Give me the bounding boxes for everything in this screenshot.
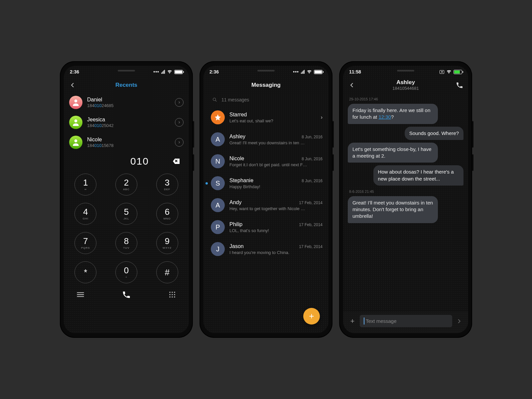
conversation-row[interactable]: NNicole8 Jun, 2016Forget it.I don't bl g…	[203, 150, 329, 172]
speaker-slot	[397, 70, 414, 71]
power-button[interactable]	[472, 154, 473, 171]
avatar: J	[211, 242, 225, 256]
app-header: Recents	[64, 78, 189, 92]
key-2[interactable]: 2ABC	[115, 174, 137, 196]
contact-row[interactable]: Nicole18401015678	[68, 132, 185, 152]
more-icon: •••	[293, 69, 299, 74]
wifi-icon	[167, 69, 172, 74]
avatar: S	[211, 176, 225, 190]
thread-preview: Great! I'll meet you downstairs in ten …	[229, 140, 316, 145]
thread-date: 8 Jun, 2016	[302, 157, 323, 161]
search-bar[interactable]: 11 messages	[207, 94, 325, 106]
message-input[interactable]: Text message	[360, 315, 452, 327]
svg-point-12	[213, 98, 216, 101]
app-header: Ashley 18410544681	[343, 78, 468, 92]
key-3[interactable]: 3DEF	[156, 174, 178, 196]
svg-point-4	[172, 292, 173, 293]
dialer-screen: 2:36 ••• Recents Daniel18401024685Jeesic…	[64, 66, 189, 333]
menu-icon[interactable]	[76, 290, 85, 299]
thread-preview: LOL, that's so funny!	[229, 228, 316, 233]
call-icon[interactable]	[122, 290, 131, 299]
message-incoming[interactable]: Great! I'll meet you downstairs in ten m…	[348, 196, 438, 223]
info-button[interactable]	[175, 138, 184, 147]
signal-icon	[161, 70, 165, 74]
contact-name: Daniel	[87, 96, 170, 103]
power-button[interactable]	[193, 154, 194, 171]
recents-list: Daniel18401024685Jeesica18401025042Nicol…	[64, 92, 189, 152]
attach-button[interactable]: +	[348, 317, 356, 326]
plus-icon	[308, 313, 315, 320]
key-8[interactable]: 8TUV	[115, 232, 137, 254]
thread-name: Nicole	[229, 156, 244, 162]
volume-button[interactable]	[193, 121, 194, 148]
key-5[interactable]: 5JKL	[115, 203, 137, 225]
contact-name: Nicole	[87, 136, 170, 143]
key-#[interactable]: #	[156, 261, 178, 283]
svg-point-0	[74, 99, 77, 102]
info-button[interactable]	[175, 118, 184, 127]
message-thread[interactable]: 29-10-2015 17:46Friday is finally here. …	[343, 92, 468, 312]
power-button[interactable]	[332, 154, 334, 171]
more-icon: •••	[153, 69, 159, 74]
back-icon[interactable]	[348, 81, 356, 89]
dialpad-icon[interactable]	[168, 290, 177, 299]
svg-point-1	[74, 119, 77, 122]
svg-point-9	[169, 296, 171, 298]
svg-point-6	[169, 294, 171, 295]
conversation-row[interactable]: JJason17 Feb, 2014I heard you're moving …	[203, 238, 329, 260]
volume-button[interactable]	[332, 121, 334, 148]
key-6[interactable]: 6MNO	[156, 203, 178, 225]
message-incoming[interactable]: Friday is finally here. Are we still on …	[348, 104, 438, 124]
phone-messaging-frame: 2:36 ••• Messaging 11 messages StarredLe…	[200, 61, 332, 338]
svg-point-8	[174, 294, 175, 295]
key-*[interactable]: *	[74, 261, 96, 283]
contact-row[interactable]: Jeesica18401025042	[68, 112, 185, 132]
key-1[interactable]: 1∞	[74, 174, 96, 196]
wifi-icon	[446, 69, 452, 74]
key-4[interactable]: 4GHI	[74, 203, 96, 225]
conversation-row[interactable]: AAshley8 Jun, 2016Great! I'll meet you d…	[203, 128, 329, 150]
avatar	[69, 116, 82, 129]
time-link[interactable]: 12:30	[378, 114, 391, 120]
conversation-screen: 11:58 ✕ Ashley 18410544681 29-10-2015 17…	[343, 66, 468, 333]
thread-preview: Let's eat out, shall we?	[229, 118, 314, 123]
thread-name: Jason	[229, 243, 244, 249]
conversation-row[interactable]: SStephanie8 Jun, 2016Happy Birthday!	[203, 172, 329, 194]
dial-display: 010	[64, 152, 189, 169]
back-icon[interactable]	[68, 81, 76, 89]
status-time: 2:36	[70, 69, 79, 74]
key-7[interactable]: 7PQRS	[74, 232, 96, 254]
volume-button[interactable]	[472, 121, 473, 148]
wifi-icon	[307, 69, 312, 74]
message-outgoing[interactable]: Sounds good. Where?	[405, 127, 464, 140]
messaging-screen: 2:36 ••• Messaging 11 messages StarredLe…	[203, 66, 329, 333]
thread-preview: Forget it.I don't bl get paid. until nex…	[229, 162, 316, 167]
message-outgoing[interactable]: How about dosas? I hear there's a new pl…	[373, 165, 464, 186]
contact-number: 18401025042	[87, 123, 170, 128]
contact-row[interactable]: Daniel18401024685	[68, 92, 185, 112]
dial-number: 010	[130, 156, 149, 167]
search-icon	[212, 97, 217, 102]
thread-date: 17 Feb, 2014	[299, 200, 323, 205]
key-9[interactable]: 9WXYZ	[156, 232, 178, 254]
battery-icon	[174, 70, 183, 74]
composer: + Text message	[343, 312, 468, 333]
keypad: 1∞2ABC3DEF4GHI5JKL6MNO7PQRS8TUV9WXYZ*0+#	[64, 169, 189, 287]
contact-number: 18410544681	[392, 86, 419, 91]
send-icon[interactable]	[456, 318, 463, 325]
status-bar: 11:58 ✕	[343, 66, 468, 78]
conversation-row[interactable]: AAndy17 Feb, 2014Hey, want to get togeth…	[203, 194, 329, 216]
backspace-icon[interactable]	[172, 157, 180, 165]
thread-preview: Hey, want to get together with Nicole …	[229, 206, 316, 211]
thread-date: 8 Jun, 2016	[302, 179, 323, 183]
key-0[interactable]: 0+	[115, 261, 137, 283]
call-icon[interactable]	[456, 81, 464, 89]
app-header: Messaging	[203, 78, 329, 92]
compose-fab[interactable]	[303, 308, 320, 325]
conversation-row[interactable]: StarredLet's eat out, shall we?›	[203, 106, 329, 128]
conversation-row[interactable]: PPhilip17 Feb, 2014LOL, that's so funny!	[203, 216, 329, 238]
status-time: 11:58	[349, 69, 361, 74]
message-incoming[interactable]: Let's get something close-by, I have a m…	[348, 143, 438, 163]
message-placeholder: Text message	[366, 318, 397, 324]
info-button[interactable]	[175, 98, 184, 107]
